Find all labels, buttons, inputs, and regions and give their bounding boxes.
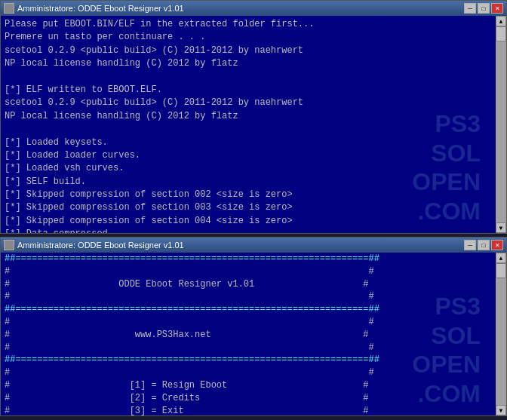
window-controls-top: ─ □ ✕ — [464, 3, 503, 14]
console-line-11: [*] Loaded loader curves. — [5, 149, 492, 162]
console-line-2: Premere un tasto per continuare . . . — [5, 31, 492, 44]
console-line-15: [*] Skipped compression of section 003 <… — [5, 201, 492, 214]
close-button-bottom[interactable]: ✕ — [491, 240, 503, 250]
dash-line-mid2: ##======================================… — [5, 354, 492, 366]
close-button-top[interactable]: ✕ — [491, 3, 503, 14]
titlebar-top: Amministratore: ODDE Eboot Resigner v1.0… — [1, 1, 506, 16]
menu-item-2: # [2] = Credits # — [5, 392, 492, 405]
scroll-up-top[interactable]: ▲ — [496, 16, 506, 26]
console-line-1: Please put EBOOT.BIN/ELF in the extracte… — [5, 18, 492, 31]
maximize-button-bottom[interactable]: □ — [478, 240, 490, 250]
console-line-3: scetool 0.2.9 <public build> (C) 2011-20… — [5, 44, 492, 57]
menu-hash-4: # # — [5, 342, 492, 354]
menu-hash-5: # # — [5, 366, 492, 379]
window-top: Amministratore: ODDE Eboot Resigner v1.0… — [0, 0, 507, 234]
window-title-top: Amministratore: ODDE Eboot Resigner v1.0… — [17, 4, 461, 13]
console-line-10: [*] Loaded keysets. — [5, 136, 492, 149]
window-title-bottom: Amministratore: ODDE Eboot Resigner v1.0… — [17, 241, 461, 250]
console-line-7: scetool 0.2.9 <public build> (C) 2011-20… — [5, 97, 492, 109]
console-line-16: [*] Skipped compression of section 004 <… — [5, 215, 492, 228]
console-line-14: [*] Skipped compression of section 002 <… — [5, 189, 492, 201]
console-output-top: PS3SOLOPEN.COM Please put EBOOT.BIN/ELF … — [1, 16, 496, 233]
app-icon — [4, 3, 14, 14]
scroll-down-bottom[interactable]: ▼ — [496, 405, 506, 415]
maximize-button-top[interactable]: □ — [478, 3, 490, 14]
dash-line-top: ##======================================… — [5, 253, 492, 265]
titlebar-bottom: Amministratore: ODDE Eboot Resigner v1.0… — [1, 238, 506, 253]
scrollbar-top[interactable]: ▲ ▼ — [496, 16, 506, 233]
scroll-track-bottom — [496, 263, 506, 405]
console-line-4: NP local license handling (C) 2012 by fl… — [5, 57, 492, 70]
menu-area: PS3SOLOPEN.COM ##=======================… — [1, 253, 496, 415]
menu-website: # www.PS3Hax.net # — [5, 329, 492, 342]
console-line-12: [*] Loaded vsh curves. — [5, 162, 492, 175]
console-line-13: [*] SELF build. — [5, 176, 492, 189]
scroll-thumb-top[interactable] — [496, 26, 506, 41]
dash-line-mid1: ##======================================… — [5, 303, 492, 316]
menu-item-3: # [3] = Exit # — [5, 405, 492, 415]
scroll-track-top — [496, 26, 506, 222]
console-line-5 — [5, 71, 492, 84]
minimize-button-bottom[interactable]: ─ — [464, 240, 476, 250]
console-scroll-area-top: PS3SOLOPEN.COM Please put EBOOT.BIN/ELF … — [1, 16, 506, 233]
console-line-6: [*] ELF written to EBOOT.ELF. — [5, 84, 492, 97]
menu-hash-1: # # — [5, 265, 492, 278]
console-line-9 — [5, 123, 492, 136]
console-line-8: NP local license handling (C) 2012 by fl… — [5, 110, 492, 123]
scroll-down-top[interactable]: ▼ — [496, 222, 506, 233]
console-line-17: [*] Data compressed. — [5, 228, 492, 233]
menu-hash-2: # # — [5, 290, 492, 303]
menu-hash-3: # # — [5, 316, 492, 329]
app-icon-bottom — [4, 240, 14, 250]
menu-app-title: # ODDE Eboot Resigner v1.01 # — [5, 278, 492, 291]
window-controls-bottom: ─ □ ✕ — [464, 240, 503, 250]
scroll-thumb-bottom[interactable] — [496, 263, 506, 278]
scrollbar-bottom[interactable]: ▲ ▼ — [496, 253, 506, 415]
scroll-up-bottom[interactable]: ▲ — [496, 253, 506, 263]
menu-item-1: # [1] = Resign Eboot # — [5, 379, 492, 392]
window-bottom: Amministratore: ODDE Eboot Resigner v1.0… — [0, 237, 507, 416]
minimize-button-top[interactable]: ─ — [464, 3, 476, 14]
console-scroll-area-bottom: PS3SOLOPEN.COM ##=======================… — [1, 253, 506, 415]
